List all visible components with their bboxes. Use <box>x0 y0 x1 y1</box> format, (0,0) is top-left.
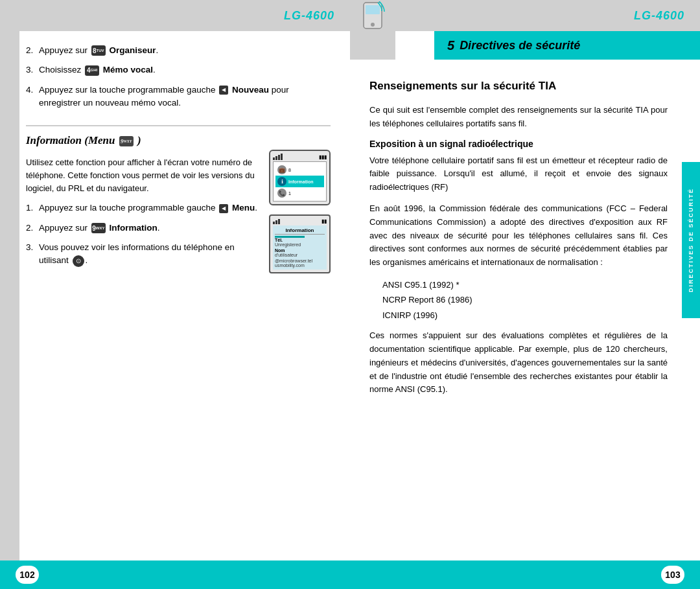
phone-menu-items: 💼 8 ℹ Information 📞 1 <box>273 161 327 202</box>
phone-menu-item-1: 📞 1 <box>275 187 324 199</box>
phone-screens: ▮▮▮ 💼 8 ℹ Information <box>269 150 331 273</box>
left-header: LG-4600 <box>0 0 350 31</box>
info-menu-body: Utilisez cette fonction pour afficher à … <box>26 156 331 273</box>
right-vertical-tab: Directives De Sécurité <box>682 162 700 318</box>
sidebar-label: Directives De Sécurité <box>688 188 694 292</box>
svg-point-2 <box>371 23 375 27</box>
left-content: 2. Appuyez sur 8TUV Organiseur. 3. Chois… <box>0 31 350 589</box>
left-page-num-badge: 102 <box>16 566 39 584</box>
standard-2: NCRP Report 86 (1986) <box>382 292 668 307</box>
battery-icon: ▮▮▮ <box>319 154 327 160</box>
chapter-number: 5 <box>447 38 454 53</box>
step-num-2: 2. <box>26 222 35 235</box>
step-2: 2. Appuyez sur 9WXY Information. <box>26 222 259 235</box>
right-page-num-badge: 103 <box>661 566 684 584</box>
key-8tuv: 8TUV <box>91 45 106 56</box>
list-item-2: 2. Appuyez sur 8TUV Organiseur. <box>26 44 331 57</box>
left-page-number-bar: 102 <box>0 560 350 589</box>
bar1b <box>273 222 275 224</box>
step-content-3: Vous pouvez voir les informations du tél… <box>39 241 259 268</box>
chapter-banner-left <box>350 31 395 60</box>
organiseur-label: Organiseur <box>110 45 156 55</box>
signal-bars <box>273 154 283 160</box>
nouveau-label: Nouveau <box>232 85 269 95</box>
left-brand: LG-4600 <box>284 9 334 23</box>
bar1 <box>273 157 275 160</box>
bar3 <box>278 155 280 160</box>
section-title-area: Renseignements sur la sécurité TIA <box>369 79 668 93</box>
phone-info-nom: Nom d'utilisateur <box>275 248 325 257</box>
standard-1: ANSI C95.1 (1992) * <box>382 277 668 292</box>
standards-list: ANSI C95.1 (1992) * NCRP Report 86 (1986… <box>369 277 668 323</box>
left-softkey-icon: ◀ <box>219 86 228 95</box>
icon-phone: 📞 <box>277 189 286 198</box>
bar2b <box>275 220 277 224</box>
phone-info-domain: usmobility.com <box>275 263 325 268</box>
phone-screen-2-header: ▮▮ <box>273 218 327 224</box>
phone-screen-1: ▮▮▮ 💼 8 ℹ Information <box>269 150 331 205</box>
list-item-3: 3. Choisissez 4GHI Mémo vocal. <box>26 64 331 76</box>
info-menu-section: Information (Menu 9WXY ) Utilisez cette … <box>26 125 331 273</box>
info-menu-description: Utilisez cette fonction pour afficher à … <box>26 156 259 273</box>
item-content-2: Appuyez sur 8TUV Organiseur. <box>39 44 331 57</box>
information-label: Information <box>110 223 158 233</box>
memo-vocal-label: Mémo vocal <box>103 65 153 75</box>
phone-icon-area <box>350 0 395 31</box>
phone-info-screen: Information Tél. Unregistered Nom d'util… <box>273 225 327 270</box>
chapter-title: Directives de sécurité <box>460 39 580 52</box>
list-item-4: 4. Appuyez sur la touche programmable ga… <box>26 84 331 110</box>
right-header-area: LG-4600 <box>350 0 700 31</box>
icon-info: ℹ <box>277 177 286 186</box>
phone-info-tel: Tél. Unregistered <box>275 238 325 247</box>
item-num-4: 4. <box>26 84 35 97</box>
nav-icon: ⊙ <box>73 255 84 267</box>
right-brand: LG-4600 <box>634 9 684 23</box>
key-9-info: 9WXY <box>91 223 106 233</box>
right-page-number-bar: 103 <box>350 560 700 589</box>
phone-menu-item-8: 💼 8 <box>275 164 324 176</box>
icon-briefcase: 💼 <box>277 165 286 174</box>
item-num-3: 3. <box>26 64 35 76</box>
left-sidebar-accent <box>0 0 19 589</box>
phone-info-title: Information <box>275 227 325 235</box>
step-content-2: Appuyez sur 9WXY Information. <box>39 222 259 235</box>
item-content-3: Choisissez 4GHI Mémo vocal. <box>39 64 331 76</box>
standard-3: ICNIRP (1996) <box>382 308 668 323</box>
signal-bars-2 <box>273 219 280 224</box>
right-page: LG-4600 5 Directives de sécurité Renseig… <box>350 0 700 589</box>
step-num-1: 1. <box>26 202 35 214</box>
bar4 <box>281 154 283 160</box>
left-page: LG-4600 2. Appuyez sur 8TUV Organiseur. … <box>0 0 350 589</box>
phone-menu-item-9: ℹ Information <box>275 176 324 187</box>
key-9wxyz: 9WXY <box>119 136 134 146</box>
key-4ghi: 4GHI <box>85 65 99 76</box>
left-softkey-icon-2: ◀ <box>219 204 228 213</box>
info-description-text: Utilisez cette fonction pour afficher à … <box>26 156 259 195</box>
phone-screen-2: ▮▮ Information Tél. Unregistered Nom <box>269 214 331 273</box>
subsection-1-p3: Ces normes s'appuient sur des évaluation… <box>369 329 668 397</box>
phone-info-email: @microbrowser.tel <box>275 259 325 263</box>
subsection-1-p1: Votre téléphone cellulaire portatif sans… <box>369 154 668 194</box>
info-menu-title: Information (Menu 9WXY ) <box>26 134 331 147</box>
item-content-4: Appuyez sur la touche programmable gauch… <box>39 84 331 110</box>
chapter-banner-row: 5 Directives de sécurité <box>350 31 700 60</box>
right-header-brand: LG-4600 <box>395 0 700 31</box>
battery-icon-2: ▮▮ <box>321 218 327 224</box>
intro-paragraph: Ce qui suit est l'ensemble complet des r… <box>369 104 668 131</box>
step-content-1: Appuyez sur la touche programmable gauch… <box>39 202 259 214</box>
chapter-banner: 5 Directives de sécurité <box>434 31 700 60</box>
step-1: 1. Appuyez sur la touche programmable ga… <box>26 202 259 214</box>
item-num-2: 2. <box>26 44 35 57</box>
phone-screen-1-header: ▮▮▮ <box>273 154 327 160</box>
phone-device-icon <box>358 1 387 30</box>
step-3: 3. Vous pouvez voir les informations du … <box>26 241 259 268</box>
subsection-1-title: Exposition à un signal radioélectrique <box>369 139 668 149</box>
right-content: Renseignements sur la sécurité TIA Ce qu… <box>350 60 700 589</box>
svg-rect-1 <box>366 5 380 14</box>
menu-label: Menu <box>232 203 255 213</box>
section-title: Renseignements sur la sécurité TIA <box>369 79 668 93</box>
bar3b <box>278 219 280 224</box>
step-num-3: 3. <box>26 241 35 254</box>
subsection-1-p2: En août 1996, la Commission fédérale des… <box>369 202 668 270</box>
bar2 <box>275 156 277 160</box>
